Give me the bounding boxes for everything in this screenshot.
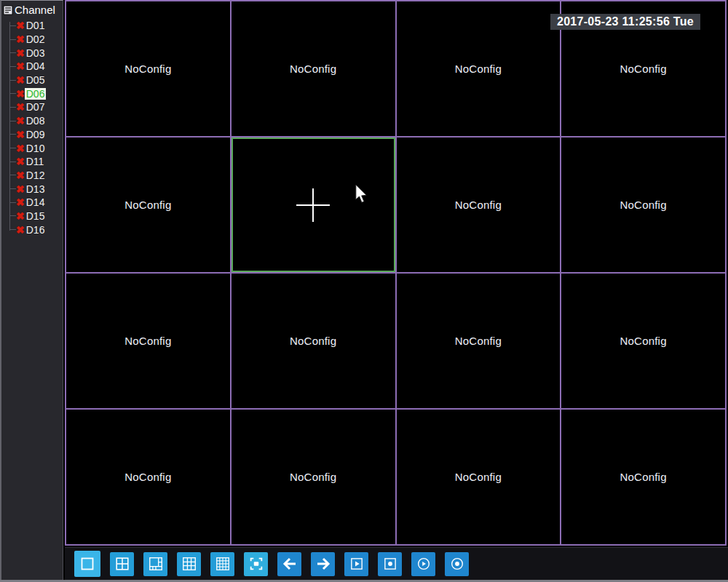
cell-status-label: NoConfig — [620, 335, 667, 347]
tree-tick — [9, 93, 16, 94]
next-channel-button[interactable] — [311, 552, 335, 576]
channel-item-d15[interactable]: ✖D15 — [1, 210, 63, 223]
record-square-button[interactable] — [378, 552, 402, 576]
layout-nine-view-button[interactable] — [177, 552, 201, 576]
previous-channel-button[interactable] — [277, 552, 301, 576]
arrow-right-icon — [314, 555, 332, 573]
channel-tree: ✖D01✖D02✖D03✖D04✖D05✖D06✖D07✖D08✖D09✖D10… — [1, 17, 63, 236]
video-cell[interactable]: NoConfig — [561, 410, 725, 544]
cell-status-label: NoConfig — [290, 471, 336, 483]
pip-view-button[interactable] — [244, 552, 268, 576]
channel-x-icon[interactable]: ✖ — [16, 211, 25, 221]
channel-item-d12[interactable]: ✖D12 — [1, 169, 63, 183]
channel-x-icon[interactable]: ✖ — [16, 116, 25, 126]
channel-x-icon[interactable]: ✖ — [16, 184, 25, 194]
channel-item-d04[interactable]: ✖D04 — [1, 60, 63, 73]
play-circle-icon — [416, 556, 432, 572]
nine-view-icon — [181, 556, 197, 572]
channel-item-d02[interactable]: ✖D02 — [1, 33, 63, 47]
cell-status-label: NoConfig — [124, 471, 171, 483]
channel-x-icon[interactable]: ✖ — [16, 61, 25, 71]
channel-item-d01[interactable]: ✖D01 — [1, 19, 63, 33]
cell-status-label: NoConfig — [124, 199, 171, 211]
channel-x-icon[interactable]: ✖ — [16, 197, 25, 207]
video-cell[interactable]: NoConfig — [397, 1, 561, 136]
channel-x-icon[interactable]: ✖ — [16, 143, 25, 154]
arrow-left-icon — [281, 555, 298, 573]
playback-circle-button[interactable] — [411, 552, 435, 576]
channel-panel-title: Channel — [15, 4, 55, 16]
video-grid: NoConfigNoConfigNoConfigNoConfigNoConfig… — [65, 0, 727, 546]
video-cell[interactable]: NoConfig — [66, 1, 230, 136]
channel-item-d03[interactable]: ✖D03 — [1, 46, 63, 60]
channel-item-d11[interactable]: ✖D11 — [1, 155, 63, 169]
channel-x-icon[interactable]: ✖ — [16, 225, 25, 235]
channel-label: D14 — [25, 196, 47, 208]
channel-sidebar: Channel ✖D01✖D02✖D03✖D04✖D05✖D06✖D07✖D08… — [0, 0, 63, 580]
cell-status-label: NoConfig — [620, 199, 667, 211]
channel-x-icon[interactable]: ✖ — [16, 156, 25, 167]
channel-item-d08[interactable]: ✖D08 — [1, 114, 63, 128]
record-circle-button[interactable] — [445, 552, 469, 576]
video-cell[interactable]: NoConfig — [561, 274, 725, 408]
video-cell[interactable]: NoConfig — [397, 410, 561, 544]
eight-view-icon — [148, 556, 164, 572]
tree-tick — [9, 188, 16, 189]
layout-quad-view-button[interactable] — [110, 552, 134, 576]
channel-label: D01 — [25, 20, 47, 31]
channel-item-d10[interactable]: ✖D10 — [1, 141, 63, 155]
channel-item-d14[interactable]: ✖D14 — [1, 196, 63, 210]
datetime-display: 2017-05-23 11:25:56 Tue — [550, 14, 700, 30]
channel-x-icon[interactable]: ✖ — [16, 75, 25, 85]
cell-status-label: NoConfig — [124, 63, 171, 75]
channel-x-icon[interactable]: ✖ — [16, 20, 25, 31]
video-cell[interactable]: NoConfig — [66, 274, 230, 408]
channel-x-icon[interactable]: ✖ — [16, 34, 25, 44]
record-square-icon — [382, 556, 398, 572]
channel-item-d16[interactable]: ✖D16 — [1, 223, 63, 236]
tree-tick — [9, 66, 16, 67]
channel-label: D10 — [25, 143, 47, 154]
channel-item-d13[interactable]: ✖D13 — [1, 182, 63, 196]
video-cell[interactable]: NoConfig — [232, 410, 395, 544]
tree-tick — [9, 202, 16, 203]
single-view-icon — [79, 555, 96, 573]
pip-icon — [248, 556, 264, 572]
playback-square-button[interactable] — [344, 552, 368, 576]
cell-status-label: NoConfig — [455, 199, 502, 211]
channel-label: D09 — [25, 129, 47, 140]
tree-tick — [9, 162, 16, 162]
channel-x-icon[interactable]: ✖ — [16, 129, 25, 140]
channel-x-icon[interactable]: ✖ — [16, 102, 25, 112]
video-cell[interactable]: NoConfig — [397, 137, 561, 272]
quad-view-icon — [114, 556, 130, 572]
channel-x-icon[interactable]: ✖ — [16, 48, 25, 58]
channel-item-d07[interactable]: ✖D07 — [1, 100, 63, 114]
channel-item-d06[interactable]: ✖D06 — [1, 87, 63, 100]
channel-label: D02 — [25, 33, 47, 45]
sixteen-view-icon — [215, 556, 231, 572]
video-cell[interactable]: NoConfig — [66, 137, 230, 272]
channel-item-d05[interactable]: ✖D05 — [1, 73, 63, 87]
channel-label: D03 — [25, 47, 47, 59]
channel-x-icon[interactable]: ✖ — [16, 89, 25, 99]
video-cell[interactable]: NoConfig — [561, 137, 725, 272]
video-cell[interactable]: NoConfig — [232, 1, 395, 136]
video-cell[interactable]: NoConfig — [397, 274, 561, 408]
channel-label: D08 — [25, 115, 47, 127]
layout-sixteen-view-button[interactable] — [210, 552, 234, 576]
video-cell[interactable]: NoConfig — [66, 410, 230, 544]
layout-single-view-button[interactable] — [74, 551, 100, 577]
channel-label: D04 — [25, 60, 47, 72]
video-cell[interactable]: NoConfig — [232, 274, 395, 408]
bottom-toolbar — [65, 547, 728, 580]
video-cell-selected[interactable] — [232, 137, 395, 272]
layout-eight-view-button[interactable] — [143, 552, 167, 576]
cell-status-label: NoConfig — [455, 63, 502, 75]
record-circle-icon — [449, 556, 465, 572]
channel-panel-header: Channel — [1, 1, 63, 17]
channel-item-d09[interactable]: ✖D09 — [1, 128, 63, 142]
cell-status-label: NoConfig — [124, 335, 171, 347]
cell-status-label: NoConfig — [455, 335, 502, 347]
channel-x-icon[interactable]: ✖ — [16, 170, 25, 180]
